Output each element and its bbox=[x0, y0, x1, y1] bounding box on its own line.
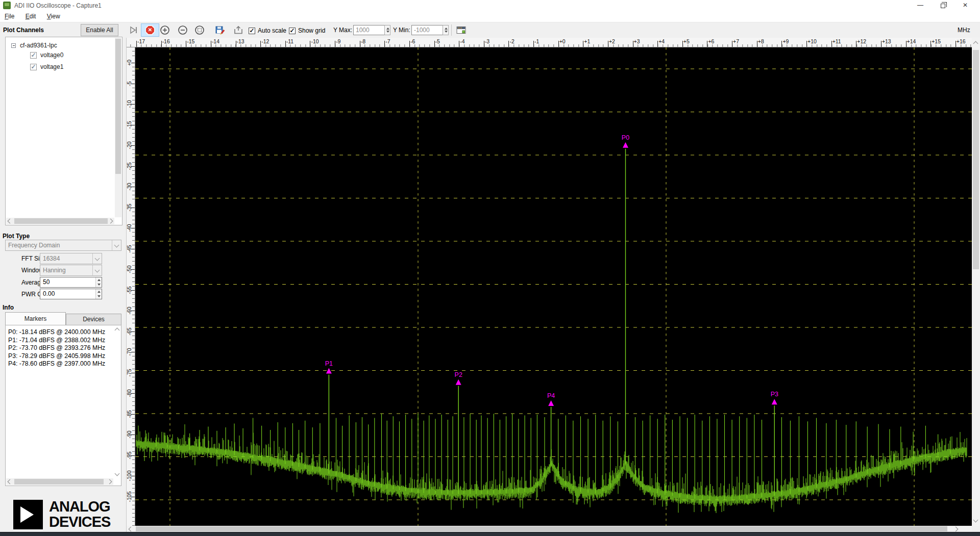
x-axis-major-tick bbox=[285, 41, 286, 47]
plot-vertical-scrollbar[interactable] bbox=[972, 38, 980, 526]
x-axis-tick-label: +1 bbox=[584, 38, 590, 44]
enable-all-button[interactable]: Enable All bbox=[81, 24, 118, 36]
x-axis-major-tick bbox=[310, 41, 310, 47]
step-capture-icon[interactable] bbox=[128, 24, 140, 36]
marker-P2[interactable]: P2 bbox=[455, 371, 462, 494]
y-axis-tick-label: -80 bbox=[126, 386, 132, 401]
x-axis-tick-label: +2 bbox=[609, 38, 615, 44]
close-button[interactable]: ✕ bbox=[954, 0, 976, 11]
plot-horizontal-scrollbar[interactable] bbox=[127, 526, 972, 532]
auto-scale-checkbox[interactable]: ✓ bbox=[249, 28, 255, 34]
tab-devices[interactable]: Devices bbox=[66, 314, 121, 325]
fft-size-select[interactable]: 16384 bbox=[40, 253, 102, 264]
tree-channel-row[interactable]: ✓ voltage0 bbox=[30, 50, 63, 60]
marker-readout: P2: -73.70 dBFS @ 2393.276 MHz bbox=[8, 344, 105, 352]
x-axis-tick-label: +12 bbox=[857, 38, 866, 44]
zoom-in-icon[interactable] bbox=[159, 24, 171, 36]
show-grid-row: ✓ Show grid bbox=[289, 27, 325, 35]
y-max-spinner[interactable] bbox=[384, 25, 390, 35]
list-horizontal-scrollbar[interactable] bbox=[6, 478, 113, 485]
spinner-arrows-icon[interactable] bbox=[95, 277, 102, 287]
voltage0-label: voltage0 bbox=[40, 52, 63, 59]
x-axis-tick-label: -3 bbox=[485, 38, 489, 44]
marker-readout-list[interactable]: P0: -18.14 dBFS @ 2400.000 MHzP1: -71.04… bbox=[5, 325, 121, 486]
zoom-in-glyph bbox=[159, 24, 170, 36]
menu-edit[interactable]: Edit bbox=[21, 11, 41, 21]
x-axis-tick-label: +7 bbox=[733, 38, 739, 44]
scroll-left-icon[interactable] bbox=[8, 219, 13, 224]
tree-horizontal-scrollbar[interactable] bbox=[6, 218, 114, 224]
scroll-up-icon[interactable] bbox=[115, 328, 120, 333]
x-axis-unit-label: MHz bbox=[958, 27, 970, 34]
voltage1-checkbox[interactable]: ✓ bbox=[30, 64, 37, 70]
new-plot-icon[interactable] bbox=[455, 24, 468, 36]
x-axis-major-tick bbox=[384, 41, 385, 47]
zoom-fit-icon[interactable] bbox=[193, 24, 206, 36]
plot-type-select[interactable]: Frequency Domain bbox=[5, 240, 121, 251]
titlebar[interactable]: ADI IIO Oscilloscope - Capture1 — ✕ bbox=[0, 0, 980, 11]
menu-view[interactable]: View bbox=[42, 11, 65, 21]
y-axis-tick-label: -60 bbox=[126, 303, 132, 318]
marker-P0[interactable]: P0 bbox=[622, 134, 629, 464]
x-axis-major-tick bbox=[732, 41, 732, 47]
y-axis-tick-label: -30 bbox=[126, 179, 132, 194]
collapse-icon[interactable] bbox=[11, 43, 16, 48]
save-icon[interactable] bbox=[214, 24, 226, 36]
x-axis-major-tick bbox=[856, 41, 856, 47]
marker-label: P4 bbox=[547, 392, 555, 399]
x-axis-tick-label: +14 bbox=[907, 38, 916, 44]
scroll-right-icon[interactable] bbox=[953, 526, 959, 531]
scroll-left-icon[interactable] bbox=[8, 479, 13, 484]
voltage0-checkbox[interactable]: ✓ bbox=[30, 52, 37, 59]
average-spinbox[interactable]: 50 bbox=[40, 277, 102, 288]
scroll-down-icon[interactable] bbox=[115, 471, 120, 476]
pwr-offset-spinbox[interactable]: 0.00 bbox=[40, 289, 102, 299]
marker-P4[interactable]: P4 bbox=[547, 392, 555, 466]
marker-label: P2 bbox=[455, 371, 462, 378]
x-axis-major-tick bbox=[657, 41, 658, 47]
spectrum-plot[interactable]: P0P1P2P3P4 bbox=[135, 47, 972, 526]
y-axis-tick-label: -45 bbox=[126, 241, 132, 257]
restore-button[interactable] bbox=[932, 0, 954, 11]
tab-markers[interactable]: Markers bbox=[5, 312, 66, 325]
marker-label: P0 bbox=[622, 134, 629, 141]
x-axis-major-tick bbox=[211, 41, 211, 47]
x-axis-major-tick bbox=[757, 41, 757, 47]
x-axis-tick-label: +3 bbox=[634, 38, 640, 44]
y-axis-ruler: +0-5-10-15-20-25-30-35-40-45-50-55-60-65… bbox=[127, 47, 135, 526]
y-max-label: Y Max: bbox=[333, 27, 352, 34]
marker-readout: P1: -71.04 dBFS @ 2388.002 MHz bbox=[8, 337, 105, 345]
marker-readout: P4: -78.60 dBFS @ 2397.000 MHz bbox=[8, 360, 105, 368]
minimize-button[interactable]: — bbox=[909, 0, 932, 11]
stop-capture-button[interactable]: ✕ bbox=[141, 23, 159, 37]
y-min-input[interactable]: -1000 bbox=[411, 25, 443, 35]
y-min-spinner[interactable] bbox=[443, 25, 449, 35]
x-axis-major-tick bbox=[906, 41, 906, 47]
fft-size-value: 16384 bbox=[43, 255, 60, 262]
spinner-arrows-icon[interactable] bbox=[95, 289, 102, 299]
show-grid-checkbox[interactable]: ✓ bbox=[289, 28, 296, 34]
x-axis-tick-label: -5 bbox=[435, 38, 440, 44]
menu-file[interactable]: File bbox=[0, 11, 19, 21]
list-vertical-scrollbar[interactable] bbox=[114, 326, 120, 478]
x-axis-tick-label: -14 bbox=[212, 38, 219, 44]
tree-device-row[interactable]: cf-ad9361-lpc bbox=[11, 41, 57, 50]
spectrum-svg: P0P1P2P3P4 bbox=[135, 47, 972, 526]
zoom-out-icon[interactable] bbox=[177, 24, 189, 36]
window-select[interactable]: Hanning bbox=[40, 265, 102, 276]
tree-vertical-scrollbar[interactable] bbox=[115, 38, 121, 217]
auto-fit-icon[interactable] bbox=[232, 24, 244, 36]
scroll-down-icon[interactable] bbox=[973, 518, 978, 523]
y-max-input[interactable]: 1000 bbox=[353, 25, 385, 35]
scroll-right-icon[interactable] bbox=[107, 479, 112, 484]
scroll-up-icon[interactable] bbox=[973, 41, 978, 46]
y-axis-tick-label: -100 bbox=[126, 468, 132, 483]
y-min-label: Y Min: bbox=[393, 27, 410, 34]
y-axis-tick-label: -90 bbox=[126, 427, 132, 442]
scroll-right-icon[interactable] bbox=[108, 219, 113, 224]
x-axis-tick-label: -13 bbox=[237, 38, 244, 44]
window-title: ADI IIO Oscilloscope - Capture1 bbox=[14, 2, 102, 9]
window-value: Hanning bbox=[43, 267, 66, 274]
tree-channel-row[interactable]: ✓ voltage1 bbox=[30, 62, 63, 71]
scroll-left-icon[interactable] bbox=[129, 526, 134, 531]
